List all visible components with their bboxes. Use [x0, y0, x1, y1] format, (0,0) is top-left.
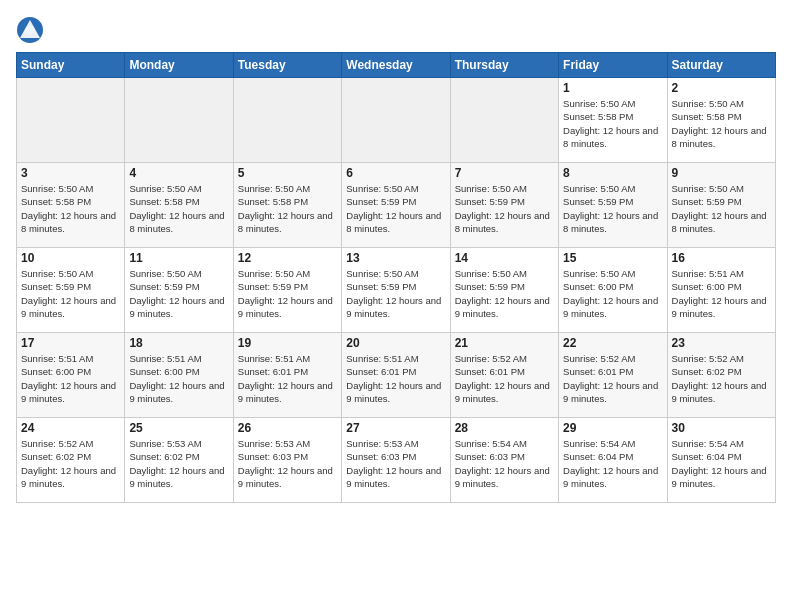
- day-info: Sunrise: 5:51 AM Sunset: 6:01 PM Dayligh…: [238, 352, 337, 405]
- calendar-cell: 28Sunrise: 5:54 AM Sunset: 6:03 PM Dayli…: [450, 418, 558, 503]
- calendar-cell: 17Sunrise: 5:51 AM Sunset: 6:00 PM Dayli…: [17, 333, 125, 418]
- day-number: 17: [21, 336, 120, 350]
- day-number: 4: [129, 166, 228, 180]
- logo: [16, 16, 47, 44]
- day-number: 28: [455, 421, 554, 435]
- calendar-cell: 7Sunrise: 5:50 AM Sunset: 5:59 PM Daylig…: [450, 163, 558, 248]
- day-info: Sunrise: 5:50 AM Sunset: 5:59 PM Dayligh…: [455, 182, 554, 235]
- day-number: 3: [21, 166, 120, 180]
- day-number: 2: [672, 81, 771, 95]
- calendar-cell: 3Sunrise: 5:50 AM Sunset: 5:58 PM Daylig…: [17, 163, 125, 248]
- calendar-cell: 21Sunrise: 5:52 AM Sunset: 6:01 PM Dayli…: [450, 333, 558, 418]
- weekday-header-row: SundayMondayTuesdayWednesdayThursdayFrid…: [17, 53, 776, 78]
- weekday-header-wednesday: Wednesday: [342, 53, 450, 78]
- calendar-cell: 4Sunrise: 5:50 AM Sunset: 5:58 PM Daylig…: [125, 163, 233, 248]
- calendar-week-1: 1Sunrise: 5:50 AM Sunset: 5:58 PM Daylig…: [17, 78, 776, 163]
- day-number: 10: [21, 251, 120, 265]
- calendar-cell: [17, 78, 125, 163]
- calendar-table: SundayMondayTuesdayWednesdayThursdayFrid…: [16, 52, 776, 503]
- day-info: Sunrise: 5:53 AM Sunset: 6:02 PM Dayligh…: [129, 437, 228, 490]
- calendar-cell: 20Sunrise: 5:51 AM Sunset: 6:01 PM Dayli…: [342, 333, 450, 418]
- calendar-cell: 25Sunrise: 5:53 AM Sunset: 6:02 PM Dayli…: [125, 418, 233, 503]
- calendar-cell: 13Sunrise: 5:50 AM Sunset: 5:59 PM Dayli…: [342, 248, 450, 333]
- calendar-cell: 23Sunrise: 5:52 AM Sunset: 6:02 PM Dayli…: [667, 333, 775, 418]
- day-number: 13: [346, 251, 445, 265]
- calendar-cell: 19Sunrise: 5:51 AM Sunset: 6:01 PM Dayli…: [233, 333, 341, 418]
- day-number: 20: [346, 336, 445, 350]
- calendar-cell: [125, 78, 233, 163]
- day-info: Sunrise: 5:50 AM Sunset: 5:59 PM Dayligh…: [346, 182, 445, 235]
- day-number: 19: [238, 336, 337, 350]
- day-number: 26: [238, 421, 337, 435]
- day-number: 24: [21, 421, 120, 435]
- day-info: Sunrise: 5:50 AM Sunset: 5:58 PM Dayligh…: [21, 182, 120, 235]
- calendar-cell: 2Sunrise: 5:50 AM Sunset: 5:58 PM Daylig…: [667, 78, 775, 163]
- calendar-cell: 18Sunrise: 5:51 AM Sunset: 6:00 PM Dayli…: [125, 333, 233, 418]
- day-info: Sunrise: 5:50 AM Sunset: 5:59 PM Dayligh…: [129, 267, 228, 320]
- calendar-body: 1Sunrise: 5:50 AM Sunset: 5:58 PM Daylig…: [17, 78, 776, 503]
- day-number: 8: [563, 166, 662, 180]
- calendar-cell: 10Sunrise: 5:50 AM Sunset: 5:59 PM Dayli…: [17, 248, 125, 333]
- day-info: Sunrise: 5:50 AM Sunset: 6:00 PM Dayligh…: [563, 267, 662, 320]
- day-number: 5: [238, 166, 337, 180]
- day-info: Sunrise: 5:50 AM Sunset: 5:59 PM Dayligh…: [455, 267, 554, 320]
- calendar-cell: 8Sunrise: 5:50 AM Sunset: 5:59 PM Daylig…: [559, 163, 667, 248]
- day-info: Sunrise: 5:50 AM Sunset: 5:59 PM Dayligh…: [672, 182, 771, 235]
- weekday-header-thursday: Thursday: [450, 53, 558, 78]
- day-number: 11: [129, 251, 228, 265]
- calendar-cell: 5Sunrise: 5:50 AM Sunset: 5:58 PM Daylig…: [233, 163, 341, 248]
- day-number: 21: [455, 336, 554, 350]
- day-info: Sunrise: 5:50 AM Sunset: 5:58 PM Dayligh…: [672, 97, 771, 150]
- day-info: Sunrise: 5:50 AM Sunset: 5:59 PM Dayligh…: [346, 267, 445, 320]
- day-info: Sunrise: 5:51 AM Sunset: 6:00 PM Dayligh…: [129, 352, 228, 405]
- weekday-header-friday: Friday: [559, 53, 667, 78]
- day-number: 18: [129, 336, 228, 350]
- calendar-cell: 1Sunrise: 5:50 AM Sunset: 5:58 PM Daylig…: [559, 78, 667, 163]
- calendar-cell: 29Sunrise: 5:54 AM Sunset: 6:04 PM Dayli…: [559, 418, 667, 503]
- calendar-cell: 6Sunrise: 5:50 AM Sunset: 5:59 PM Daylig…: [342, 163, 450, 248]
- day-number: 27: [346, 421, 445, 435]
- day-number: 16: [672, 251, 771, 265]
- weekday-header-monday: Monday: [125, 53, 233, 78]
- calendar-week-3: 10Sunrise: 5:50 AM Sunset: 5:59 PM Dayli…: [17, 248, 776, 333]
- day-number: 22: [563, 336, 662, 350]
- day-number: 6: [346, 166, 445, 180]
- day-info: Sunrise: 5:52 AM Sunset: 6:01 PM Dayligh…: [455, 352, 554, 405]
- weekday-header-tuesday: Tuesday: [233, 53, 341, 78]
- day-info: Sunrise: 5:53 AM Sunset: 6:03 PM Dayligh…: [346, 437, 445, 490]
- calendar-cell: 9Sunrise: 5:50 AM Sunset: 5:59 PM Daylig…: [667, 163, 775, 248]
- day-info: Sunrise: 5:50 AM Sunset: 5:58 PM Dayligh…: [563, 97, 662, 150]
- calendar-week-5: 24Sunrise: 5:52 AM Sunset: 6:02 PM Dayli…: [17, 418, 776, 503]
- svg-point-2: [25, 25, 35, 35]
- day-info: Sunrise: 5:50 AM Sunset: 5:59 PM Dayligh…: [563, 182, 662, 235]
- day-number: 15: [563, 251, 662, 265]
- day-info: Sunrise: 5:52 AM Sunset: 6:01 PM Dayligh…: [563, 352, 662, 405]
- weekday-header-sunday: Sunday: [17, 53, 125, 78]
- day-number: 29: [563, 421, 662, 435]
- header: [16, 12, 776, 44]
- calendar-cell: [342, 78, 450, 163]
- day-number: 1: [563, 81, 662, 95]
- day-number: 30: [672, 421, 771, 435]
- calendar-header: SundayMondayTuesdayWednesdayThursdayFrid…: [17, 53, 776, 78]
- calendar-cell: [233, 78, 341, 163]
- calendar-week-2: 3Sunrise: 5:50 AM Sunset: 5:58 PM Daylig…: [17, 163, 776, 248]
- logo-icon: [16, 16, 44, 44]
- day-number: 9: [672, 166, 771, 180]
- calendar-cell: 15Sunrise: 5:50 AM Sunset: 6:00 PM Dayli…: [559, 248, 667, 333]
- day-info: Sunrise: 5:50 AM Sunset: 5:59 PM Dayligh…: [21, 267, 120, 320]
- day-info: Sunrise: 5:52 AM Sunset: 6:02 PM Dayligh…: [21, 437, 120, 490]
- calendar-week-4: 17Sunrise: 5:51 AM Sunset: 6:00 PM Dayli…: [17, 333, 776, 418]
- day-number: 25: [129, 421, 228, 435]
- calendar-cell: 22Sunrise: 5:52 AM Sunset: 6:01 PM Dayli…: [559, 333, 667, 418]
- day-info: Sunrise: 5:52 AM Sunset: 6:02 PM Dayligh…: [672, 352, 771, 405]
- day-info: Sunrise: 5:54 AM Sunset: 6:04 PM Dayligh…: [563, 437, 662, 490]
- calendar-cell: 30Sunrise: 5:54 AM Sunset: 6:04 PM Dayli…: [667, 418, 775, 503]
- calendar-cell: 12Sunrise: 5:50 AM Sunset: 5:59 PM Dayli…: [233, 248, 341, 333]
- day-info: Sunrise: 5:51 AM Sunset: 6:00 PM Dayligh…: [21, 352, 120, 405]
- day-number: 7: [455, 166, 554, 180]
- day-info: Sunrise: 5:51 AM Sunset: 6:00 PM Dayligh…: [672, 267, 771, 320]
- day-info: Sunrise: 5:50 AM Sunset: 5:59 PM Dayligh…: [238, 267, 337, 320]
- day-info: Sunrise: 5:50 AM Sunset: 5:58 PM Dayligh…: [238, 182, 337, 235]
- day-info: Sunrise: 5:54 AM Sunset: 6:04 PM Dayligh…: [672, 437, 771, 490]
